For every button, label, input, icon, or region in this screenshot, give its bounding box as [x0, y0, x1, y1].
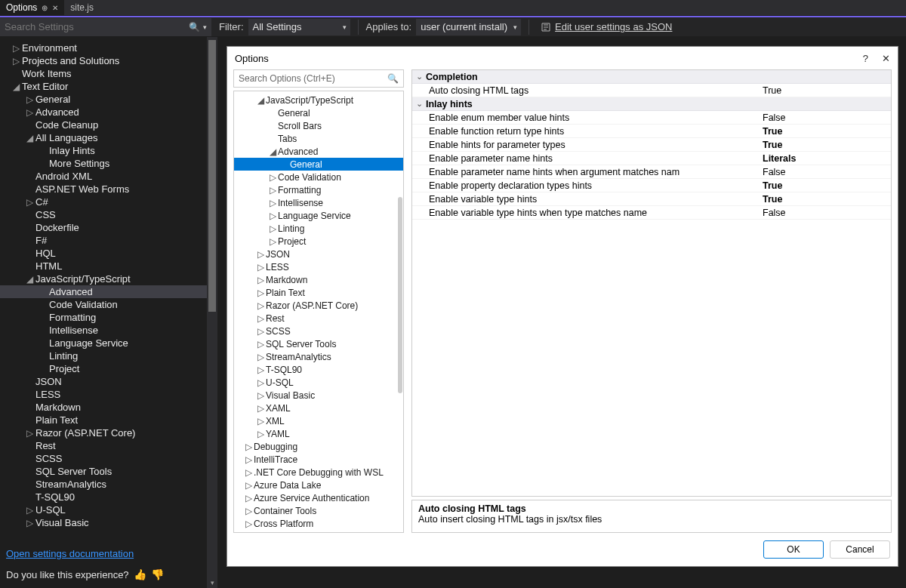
expander-icon[interactable]: ▷ — [255, 326, 266, 337]
tree-item[interactable]: Inlay Hints — [0, 144, 207, 157]
scroll-down-icon[interactable]: ▾ — [207, 577, 217, 588]
search-settings[interactable]: 🔍 ▾ — [0, 18, 211, 36]
tree-item[interactable]: Language Service — [0, 337, 207, 349]
property-value[interactable]: True — [763, 140, 891, 150]
expander-icon[interactable]: ▷ — [255, 313, 266, 324]
tree-item[interactable]: Scroll Bars — [234, 119, 403, 132]
property-row[interactable]: Enable variable type hints when type mat… — [412, 206, 891, 220]
expander-icon[interactable]: ▷ — [255, 390, 266, 401]
tree-item[interactable]: ▷JSON — [234, 248, 403, 260]
ok-button[interactable]: OK — [763, 540, 824, 559]
tree-item[interactable]: ◢JavaScript/TypeScript — [234, 94, 403, 106]
tree-item[interactable]: ▷Visual Basic — [234, 389, 403, 402]
expander-icon[interactable]: ◢ — [255, 95, 266, 106]
tree-item[interactable]: ▷Formatting — [234, 183, 403, 196]
tree-item[interactable]: ▷XML — [234, 414, 403, 427]
tab-sitejs[interactable]: site.js — [64, 0, 100, 15]
options-tree[interactable]: ◢JavaScript/TypeScriptGeneralScroll Bars… — [233, 91, 404, 533]
expander-icon[interactable]: ▷ — [267, 236, 278, 247]
expander-icon[interactable]: ▷ — [24, 107, 35, 118]
property-value[interactable]: False — [763, 208, 891, 218]
tree-item[interactable]: ▷General — [0, 93, 207, 106]
expander-icon[interactable]: ◢ — [267, 146, 278, 157]
expander-icon[interactable]: ▷ — [267, 223, 278, 234]
expander-icon[interactable]: ◢ — [11, 82, 22, 92]
tree-item[interactable]: ▷Projects and Solutions — [0, 54, 207, 67]
property-value[interactable]: True — [763, 85, 891, 96]
tree-item[interactable]: HTML — [0, 260, 207, 272]
tree-item[interactable]: ▷Rest — [234, 312, 403, 325]
tree-item[interactable]: ▷.NET Core Debugging with WSL — [234, 466, 403, 479]
tree-item[interactable]: Plain Text — [0, 414, 207, 426]
tab-options[interactable]: Options ⊕ ✕ — [0, 0, 64, 15]
expander-icon[interactable]: ▷ — [24, 197, 35, 208]
expander-icon[interactable]: ▷ — [243, 519, 254, 529]
tree-item[interactable]: SCSS — [0, 452, 207, 465]
close-icon[interactable]: ✕ — [52, 4, 58, 12]
tree-item[interactable]: ▷Cross Platform — [234, 517, 403, 530]
tree-item[interactable]: ▷T-SQL90 — [234, 363, 403, 376]
property-value[interactable]: False — [763, 112, 891, 123]
filter-combo[interactable]: All Settings — [248, 19, 350, 35]
tree-item[interactable]: ▷Linting — [234, 222, 403, 235]
tree-item[interactable]: ▷IntelliTrace — [234, 453, 403, 466]
expander-icon[interactable]: ▷ — [24, 505, 35, 516]
tree-item[interactable]: General — [234, 106, 403, 119]
tree-item[interactable]: ▷Debugging — [234, 440, 403, 453]
expander-icon[interactable]: ▷ — [243, 531, 254, 534]
tree-item[interactable]: ▷Azure Data Lake — [234, 479, 403, 491]
tree-item[interactable]: ▷Markdown — [234, 273, 403, 286]
property-row[interactable]: Enable parameter name hints when argumen… — [412, 165, 891, 179]
tree-item[interactable]: Project — [0, 362, 207, 375]
expander-icon[interactable]: ▷ — [243, 467, 254, 478]
property-value[interactable]: True — [763, 194, 891, 205]
property-value[interactable]: False — [763, 167, 891, 177]
expander-icon[interactable]: ▷ — [255, 288, 266, 298]
expander-icon[interactable]: ▷ — [243, 454, 254, 465]
expander-icon[interactable]: ▷ — [255, 262, 266, 272]
property-row[interactable]: Enable variable type hintsTrue — [412, 192, 891, 206]
property-value[interactable]: True — [763, 180, 891, 191]
property-grid[interactable]: ⌄CompletionAuto closing HTML tagsTrue⌄In… — [411, 69, 892, 497]
settings-doc-link[interactable]: Open settings documentation — [6, 548, 134, 559]
expander-icon[interactable]: ▷ — [255, 300, 266, 311]
scroll-thumb[interactable] — [208, 40, 216, 312]
tree-item[interactable]: F# — [0, 234, 207, 247]
property-row[interactable]: Enable property declaration types hintsT… — [412, 179, 891, 192]
tree-item[interactable]: ◢Advanced — [234, 145, 403, 158]
expander-icon[interactable]: ▷ — [267, 172, 278, 183]
tree-item[interactable]: ▷Language Service — [234, 209, 403, 222]
expander-icon[interactable]: ▷ — [267, 185, 278, 195]
tree-item[interactable]: LESS — [0, 388, 207, 401]
tree-item[interactable]: Tabs — [234, 132, 403, 145]
tree-item[interactable]: ◢JavaScript/TypeScript — [0, 272, 207, 285]
property-value[interactable]: True — [763, 126, 891, 137]
expander-icon[interactable]: ▷ — [24, 428, 35, 439]
cancel-button[interactable]: Cancel — [830, 540, 890, 559]
tree-item[interactable]: Advanced — [0, 285, 207, 298]
property-row[interactable]: Auto closing HTML tagsTrue — [412, 84, 891, 97]
chevron-down-icon[interactable]: ▾ — [203, 23, 207, 31]
expander-icon[interactable]: ▷ — [243, 493, 254, 503]
edit-json-link[interactable]: Edit user settings as JSON — [555, 21, 672, 32]
expander-icon[interactable]: ▷ — [243, 480, 254, 491]
tree-item[interactable]: Markdown — [0, 401, 207, 414]
tree-item[interactable]: ▷Advanced — [0, 106, 207, 119]
thumbs-down-icon[interactable]: 👎 — [151, 568, 164, 580]
close-icon[interactable]: ✕ — [882, 53, 890, 64]
tree-item[interactable]: ▷Environment — [0, 42, 207, 54]
expander-icon[interactable]: ▷ — [255, 416, 266, 426]
tree-item[interactable]: Android XML — [0, 170, 207, 183]
tree-item[interactable]: ▷StreamAnalytics — [234, 350, 403, 363]
expander-icon[interactable]: ◢ — [24, 133, 35, 143]
expander-icon[interactable]: ▷ — [243, 506, 254, 516]
scroll-thumb[interactable] — [398, 197, 402, 393]
property-row[interactable]: Enable enum member value hintsFalse — [412, 111, 891, 125]
tree-item[interactable]: ▷Project — [234, 235, 403, 248]
tree-item[interactable]: ▷SQL Server Tools — [234, 337, 403, 350]
tree-item[interactable]: ◢All Languages — [0, 131, 207, 144]
expander-icon[interactable]: ▷ — [11, 56, 22, 66]
expander-icon[interactable]: ▷ — [255, 429, 266, 439]
expander-icon[interactable]: ▷ — [255, 249, 266, 260]
property-row[interactable]: Enable hints for parameter typesTrue — [412, 138, 891, 152]
